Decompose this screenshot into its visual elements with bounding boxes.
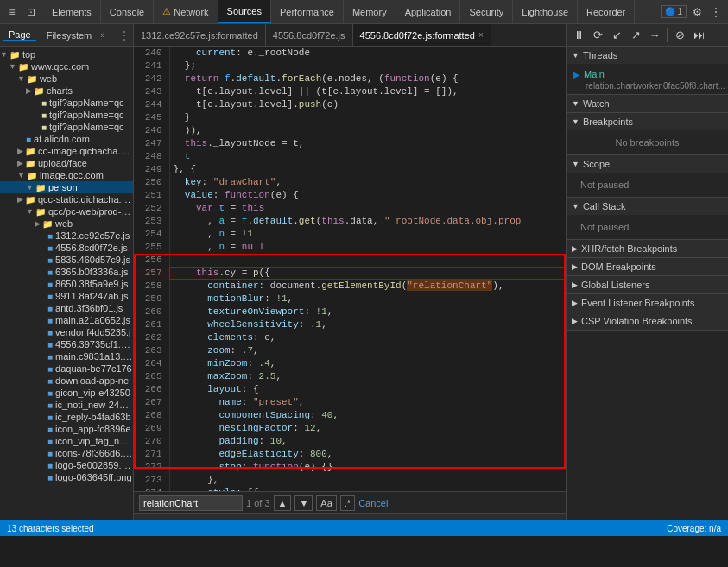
tree-file-icons[interactable]: ■ icons-78f366d6.png (0, 447, 133, 459)
more-btn[interactable]: ⋮ (707, 3, 725, 21)
search-bar: 1 of 3 ▲ ▼ Aa .* Cancel (134, 491, 566, 513)
tree-file-6365[interactable]: ■ 6365.b0f3336a.js (0, 266, 133, 278)
tree-file-maincss[interactable]: ■ main.c9831a13.css (0, 350, 133, 362)
global-header[interactable]: ▶ Global Listeners (567, 276, 728, 293)
watch-header[interactable]: ▼ Watch (567, 95, 728, 112)
horizontal-scrollbar[interactable] (134, 513, 566, 520)
tree-file-antd[interactable]: ■ antd.3f36bf01.js (0, 302, 133, 314)
sidebar-menu-icon[interactable]: ⋮ (119, 29, 130, 41)
tree-item-web2[interactable]: ▶ 📁 web (0, 217, 133, 230)
tree-item-tgif3[interactable]: ■ tgif?appName=qc (0, 121, 133, 133)
tree-item-top[interactable]: ▼ 📁 top (0, 48, 133, 60)
tree-item-person[interactable]: ▼ 📁 person (0, 181, 133, 193)
tree-file-icreply[interactable]: ■ ic_reply-b4fad63b (0, 411, 133, 423)
nav-recorder[interactable]: Recorder (578, 0, 635, 23)
tree-label: ic_reply-b4fad63b (55, 412, 130, 422)
tree-item-qccprod[interactable]: ▼ 📁 qcc/pc-web/prod-5.0 (0, 205, 133, 217)
step-over-btn[interactable]: ⟳ (589, 27, 606, 44)
tree-item-upload[interactable]: ▶ 📁 upload/face (0, 157, 133, 169)
tree-file-icnoti[interactable]: ■ ic_noti_new-246d1 (0, 399, 133, 411)
tree-file-4556[interactable]: ■ 4556.8cd0f72e.js (0, 242, 133, 254)
scope-header[interactable]: ▼ Scope (567, 155, 728, 173)
csp-header[interactable]: ▶ CSP Violation Breakpoints (567, 312, 728, 330)
regex-btn[interactable]: .* (340, 495, 355, 511)
search-input[interactable] (139, 495, 243, 511)
tree-file-logo1[interactable]: ■ logo-5e002859.svg (0, 459, 133, 471)
sidebar-more-icon[interactable]: » (100, 30, 105, 40)
tree-file-vendor[interactable]: ■ vendor.f4dd5235.j (0, 326, 133, 338)
tree-file-5835[interactable]: ■ 5835.460d57c9.js (0, 254, 133, 266)
settings-btn[interactable]: ⚙ (688, 3, 706, 21)
step-out-btn[interactable]: ↗ (627, 27, 644, 44)
nav-elements[interactable]: Elements (43, 0, 101, 23)
tree-item-web[interactable]: ▼ 📁 web (0, 72, 133, 85)
xhr-label: XHR/fetch Breakpoints (581, 243, 677, 254)
close-tab-icon[interactable]: × (478, 30, 484, 40)
nav-performance[interactable]: Performance (271, 0, 344, 23)
nav-network[interactable]: ⚠Network (154, 0, 218, 23)
tree-file-iconapp[interactable]: ■ icon_app-fc8396e (0, 423, 133, 435)
tree-label: www.qcc.com (31, 61, 89, 72)
dom-header[interactable]: ▶ DOM Breakpoints (567, 258, 728, 275)
nav-security[interactable]: Security (460, 0, 513, 23)
tree-file-download[interactable]: ■ download-app-ne (0, 375, 133, 387)
nav-sources[interactable]: Sources (218, 0, 271, 23)
deactivate-btn[interactable]: ⊘ (671, 27, 688, 44)
code-line-263: 263 zoom: .7, (135, 344, 565, 357)
nav-application[interactable]: Application (396, 0, 461, 23)
code-line-248: 248 t (135, 150, 565, 163)
file-icon: ■ (47, 461, 53, 470)
tree-file-iconvip[interactable]: ■ icon_vip_tag_new- (0, 435, 133, 447)
nav-console[interactable]: Console (101, 0, 154, 23)
callstack-header[interactable]: ▼ Call Stack (567, 198, 728, 215)
tree-item-charts[interactable]: ▶ 📁 charts (0, 85, 133, 97)
sidebar-tab-filesystem[interactable]: Filesystem (41, 30, 98, 41)
file-tab-1312[interactable]: 1312.ce92c57e.js:formatted (134, 24, 266, 46)
tree-file-9911[interactable]: ■ 9911.8af247ab.js (0, 290, 133, 302)
step-btn[interactable]: → (646, 27, 663, 44)
tree-file-4556css[interactable]: ■ 4556.39735cf1.css (0, 338, 133, 350)
sidebar-header: Page Filesystem » ⋮ (0, 24, 133, 47)
breakpoints-header[interactable]: ▼ Breakpoints (567, 113, 728, 130)
file-icon: ■ (47, 280, 53, 289)
threads-header[interactable]: ▼ Threads (567, 47, 728, 64)
file-icon: ■ (47, 425, 53, 434)
file-icon: ■ (47, 473, 53, 482)
case-sensitive-btn[interactable]: Aa (316, 495, 336, 511)
nav-lighthouse[interactable]: Lighthouse (513, 0, 578, 23)
cancel-search-btn[interactable]: Cancel (358, 498, 388, 508)
tree-item-tgif1[interactable]: ■ tgif?appName=qc (0, 97, 133, 109)
file-tab-4556-formatted[interactable]: 4556.8cd0f72e.js:formatted × (353, 24, 491, 46)
tree-item-coimage[interactable]: ▶ 📁 co-image.qichacha.com (0, 145, 133, 157)
tree-file-daquan[interactable]: ■ daquan-be77c176 (0, 362, 133, 375)
sidebar-tab-page[interactable]: Page (3, 29, 36, 41)
folder-icon: 📁 (25, 195, 35, 205)
code-line-258: 258 container: document.getElementById("… (135, 280, 565, 293)
tree-item-qcc[interactable]: ▼ 📁 www.qcc.com (0, 60, 133, 72)
tree-file-1312[interactable]: ■ 1312.ce92c57e.js (0, 230, 133, 242)
thread-main[interactable]: ▶ Main (573, 67, 721, 81)
tree-file-main[interactable]: ■ main.a21a0652.js (0, 314, 133, 326)
tree-file-gicon[interactable]: ■ gicon_vip-e43250 (0, 387, 133, 399)
tree-item-alicdn[interactable]: ■ at.alicdn.com (0, 133, 133, 145)
tree-item-imageqcc[interactable]: ▼ 📁 image.qcc.com (0, 169, 133, 181)
tree-arrow: ▶ (17, 195, 23, 204)
file-tab-4556[interactable]: 4556.8cd0f72e.js (266, 24, 353, 46)
debug-divider (667, 28, 668, 42)
step-into-btn[interactable]: ↙ (608, 27, 625, 44)
tree-file-8650[interactable]: ■ 8650.38f5a9e9.js (0, 278, 133, 290)
devtools-icon-btn-2[interactable]: ⊡ (22, 3, 40, 21)
next-match-btn[interactable]: ▼ (294, 495, 313, 511)
pause-btn[interactable]: ⏸ (570, 27, 587, 44)
watch-label: Watch (583, 98, 610, 109)
event-header[interactable]: ▶ Event Listener Breakpoints (567, 294, 728, 312)
prev-match-btn[interactable]: ▲ (274, 495, 292, 511)
nav-memory[interactable]: Memory (344, 0, 396, 23)
skip-exceptions-btn[interactable]: ⏭ (690, 27, 707, 44)
devtools-icon-btn-1[interactable]: ≡ (3, 3, 21, 21)
code-editor[interactable]: 240 current: e._rootNode 241 }; 242 retu… (134, 47, 566, 491)
tree-item-tgif2[interactable]: ■ tgif?appName=qc (0, 109, 133, 121)
xhr-header[interactable]: ▶ XHR/fetch Breakpoints (567, 240, 728, 257)
tree-item-qccstatic[interactable]: ▶ 📁 qcc-static.qichacha.com (0, 193, 133, 205)
tree-file-logo2[interactable]: ■ logo-063645ff.png (0, 471, 133, 483)
